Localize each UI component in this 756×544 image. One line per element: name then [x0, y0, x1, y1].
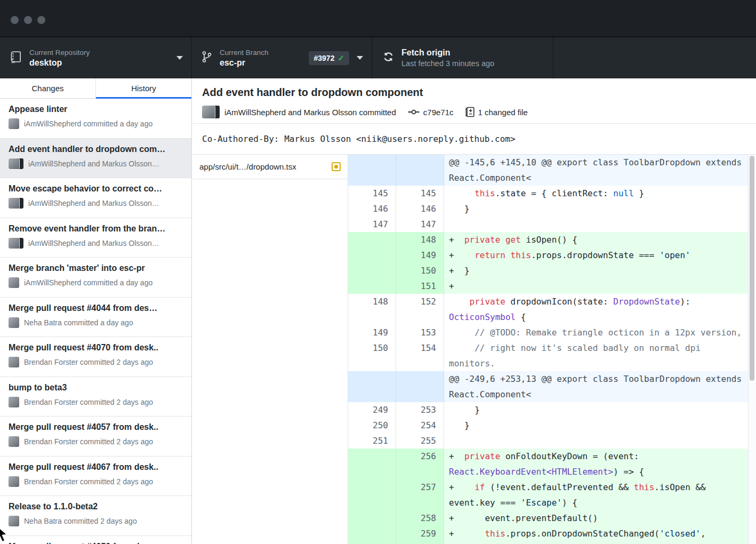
commit-list-item[interactable]: Remove event handler from the bran…iAmWi…	[0, 218, 191, 258]
new-line-number: 257	[396, 479, 444, 510]
diff-line: 147147	[348, 217, 756, 232]
old-line-number	[348, 449, 396, 479]
old-line-number	[348, 155, 396, 186]
sync-icon	[383, 51, 394, 65]
avatar	[9, 277, 19, 288]
new-line-number	[396, 371, 444, 402]
commit-list-item[interactable]: bump to beta3Brendan Forster committed 2…	[0, 377, 191, 417]
minimize-window-button[interactable]	[24, 16, 32, 24]
pr-number: #3972	[313, 54, 334, 62]
file-list-item[interactable]: app/src/ui/t…/dropdown.tsx	[192, 155, 348, 179]
app-window: Current Repository desktop Current Branc…	[0, 0, 756, 544]
commit-list-item[interactable]: Merge pull request #4067 from desk..Bren…	[0, 457, 191, 497]
diff-line: 149153 // @TODO: Remake triangle octicon…	[348, 325, 756, 340]
avatar	[9, 158, 23, 169]
diff-code: + this.props.onDropdownStateChanged('clo…	[444, 526, 756, 544]
avatar	[9, 516, 19, 526]
commit-header: Add event handler to dropdown component …	[192, 78, 756, 124]
old-line-number: 148	[348, 294, 396, 325]
diff-line: 148152 private dropdownIcon(state: Dropd…	[348, 294, 756, 325]
close-window-button[interactable]	[11, 16, 19, 24]
diff-code: + private get isOpen() {	[444, 232, 756, 247]
commit-list-item[interactable]: Appease linteriAmWillShepherd committed …	[0, 99, 191, 139]
check-icon: ✓	[337, 53, 344, 63]
current-repository-button[interactable]: Current Repository desktop	[0, 37, 192, 78]
commit-title: Remove event handler from the bran…	[9, 224, 183, 234]
diff-line: 258+ event.preventDefault()	[348, 510, 756, 526]
old-line-number	[348, 526, 396, 544]
file-path: app/src/ui/t…/dropdown.tsx	[199, 162, 332, 171]
commit-list-item[interactable]: Merge pull request #4050 from des…	[0, 536, 191, 544]
sidebar: Changes History Appease linteriAmWillShe…	[0, 78, 192, 544]
commit-sha: c79e71c	[423, 108, 454, 117]
commit-title: Merge pull request #4067 from desk..	[9, 462, 183, 472]
old-line-number: 146	[348, 201, 396, 217]
commit-meta: iAmWillShepherd and Markus Olsson…	[9, 238, 183, 249]
diff-area: app/src/ui/t…/dropdown.tsx @@ -145,6 +14…	[192, 155, 756, 544]
diff-code	[444, 217, 756, 232]
new-line-number: 152	[396, 294, 444, 325]
old-line-number	[348, 510, 396, 526]
commit-author-line: iAmWillShepherd and Markus Olsson…	[28, 239, 159, 247]
scrollbar-thumb[interactable]	[750, 156, 754, 381]
repository-label: Current Repository	[29, 48, 90, 57]
diff-code: + private onFoldoutKeyDown = (event: Rea…	[444, 449, 756, 479]
old-line-number: 149	[348, 325, 396, 340]
titlebar	[0, 0, 756, 36]
commit-meta: iAmWillShepherd committed a day ago	[9, 118, 183, 129]
new-line-number: 146	[396, 201, 444, 217]
commit-list-item[interactable]: Merge pull request #4070 from desk..Bren…	[0, 337, 191, 377]
commit-title: Merge pull request #4057 from desk..	[9, 422, 183, 432]
new-line-number: 254	[396, 418, 444, 433]
pr-status-badge: #3972 ✓	[309, 51, 349, 65]
commit-list-item[interactable]: Merge branch 'master' into esc-priAmWill…	[0, 258, 191, 298]
diff-code: }	[444, 201, 756, 217]
commit-list-item[interactable]: Move escape behavior to correct co…iAmWi…	[0, 178, 191, 218]
chevron-down-icon	[357, 56, 363, 60]
diff-code: }	[444, 418, 756, 433]
sidebar-tabs: Changes History	[0, 78, 191, 99]
new-line-number: 154	[396, 340, 444, 371]
commit-list-item[interactable]: Merge pull request #4057 from desk..Bren…	[0, 417, 191, 457]
new-line-number: 255	[396, 433, 444, 449]
diff-code: + event.preventDefault()	[444, 510, 756, 526]
commit-list-item[interactable]: Add event handler to dropdown com…iAmWil…	[0, 139, 191, 179]
tab-history[interactable]: History	[95, 78, 191, 98]
diff-line: 150+ }	[348, 263, 756, 278]
commit-author-line: Brendan Forster committed 2 days ago	[24, 398, 153, 406]
diff-line: 257+ if (!event.defaultPrevented && this…	[348, 479, 756, 510]
diff-view: @@ -145,6 +145,10 @@ export class Toolba…	[348, 155, 756, 544]
diff-line: 251255	[348, 433, 756, 449]
diff-hunk-header: @@ -145,6 +145,10 @@ export class Toolba…	[348, 155, 756, 186]
commit-list-item[interactable]: Merge pull request #4044 from des…Neha B…	[0, 298, 191, 338]
diff-line: 149+ return this.props.dropdownState ===…	[348, 247, 756, 263]
fetch-origin-button[interactable]: Fetch origin Last fetched 3 minutes ago	[372, 37, 553, 78]
diff-scrollbar	[748, 155, 756, 544]
tab-changes[interactable]: Changes	[0, 78, 95, 98]
diff-code: // right now it's scaled badly on normal…	[444, 340, 756, 371]
new-line-number	[396, 155, 444, 186]
commit-list-item[interactable]: Release to 1.1.0-beta2Neha Batra committ…	[0, 496, 191, 536]
diff-line: 151+	[348, 278, 756, 294]
commit-author-line: Neha Batra committed a day ago	[24, 318, 133, 327]
old-line-number	[348, 263, 396, 278]
diff-line: 150154 // right now it's scaled badly on…	[348, 340, 756, 371]
diff-code: // @TODO: Remake triangle octicon in a 1…	[444, 325, 756, 340]
commit-author-line: Brendan Forster committed 2 days ago	[24, 477, 153, 486]
old-line-number: 150	[348, 340, 396, 371]
avatar	[9, 436, 19, 447]
maximize-window-button[interactable]	[37, 16, 45, 24]
commit-author-line: Neha Batra committed 2 days ago	[24, 517, 137, 525]
commit-author-line: iAmWillShepherd committed a day ago	[24, 119, 152, 128]
branch-name: esc-pr	[220, 58, 269, 68]
old-line-number	[348, 232, 396, 247]
diff-line: 145145 this.state = { clientRect: null }	[348, 186, 756, 201]
current-branch-button[interactable]: Current Branch esc-pr #3972 ✓	[192, 37, 372, 78]
new-line-number: 153	[396, 325, 444, 340]
new-line-number: 147	[396, 217, 444, 232]
avatar	[9, 317, 19, 328]
main-pane: Add event handler to dropdown component …	[192, 78, 756, 544]
new-line-number: 149	[396, 247, 444, 263]
diff-line: 250254 }	[348, 418, 756, 433]
old-line-number	[348, 278, 396, 294]
